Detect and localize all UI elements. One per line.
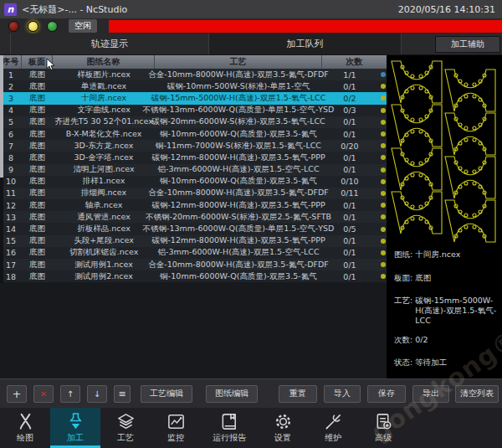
delete-job-button[interactable]: ✕ xyxy=(33,385,54,403)
drawing-edit-button[interactable]: 图纸编辑 xyxy=(206,385,258,403)
row-process: 不锈钢-13mm-6000W-Q(高质量)-单层1.5-空气-YSD xyxy=(155,105,322,116)
row-count: 0/5 xyxy=(322,224,377,234)
clear-list-button[interactable]: 清空列表 xyxy=(455,385,499,403)
tab-processing-queue[interactable]: 加工队列 xyxy=(209,33,402,54)
table-row[interactable]: 10 底图 排样1.ncex 铜-10mm-6000W-Q(高质量)-双层3.5… xyxy=(0,176,387,188)
row-process: 碳钢-20mm-6000W-S(标准)-双层3.5-氧气-LCC xyxy=(155,116,322,127)
table-row[interactable]: 11 底图 排烟阀.ncex 合金-10mm-8000W-H(高速)-双层3.5… xyxy=(0,188,387,199)
row-count: 0/1 xyxy=(322,260,377,270)
import-button[interactable]: 导入 xyxy=(324,385,361,403)
row-status-dot xyxy=(381,274,386,279)
row-board-side: 底图 xyxy=(22,235,53,246)
row-status-dot xyxy=(381,227,386,232)
row-status-dot xyxy=(381,239,386,244)
clock-datetime: 2020/05/16 14:10:31 xyxy=(398,4,495,15)
row-process: 碳钢-12mm-8000W-H(高速)-双层3.5-氧气-PPP xyxy=(155,235,322,246)
board-side-value: 底图 xyxy=(415,273,431,283)
row-drawing-name: 齐进先T5 30 52个01.ncex xyxy=(53,116,155,127)
scrollbar-thumb[interactable] xyxy=(0,55,3,178)
drawing-value: 十间房.ncex xyxy=(415,250,460,260)
row-process: 碳钢-12mm-8000W-H(高速)-双层3.5-氧气-PPP xyxy=(155,200,322,211)
board-side-label: 板面: xyxy=(394,273,412,283)
header-count[interactable]: 次数 xyxy=(322,55,387,69)
row-process: 铝-3mm-6000W-H(高速)-双层1.5-空气-LCC xyxy=(155,247,322,258)
row-board-side: 底图 xyxy=(22,164,53,175)
nav-label: 运行报告 xyxy=(213,432,246,444)
table-row[interactable]: 3 底图 十间房.ncex 碳钢-15mm-5000W-H(高速)-双层1.5-… xyxy=(0,92,387,104)
table-row[interactable]: 18 底图 测试用例2.ncex 铜-10mm-6000W-Q(高质量)-双层3… xyxy=(0,270,387,282)
processing-queue-table: 序号 板面 图纸名称 工艺 次数 1 底图 样板图片.ncex 合金-10mm-… xyxy=(0,55,387,378)
nav-item-processing[interactable]: 加工 xyxy=(50,408,100,448)
row-status-dot xyxy=(381,167,386,173)
table-row[interactable]: 1 底图 样板图片.ncex 合金-10mm-8000W-H(高速)-双层3.5… xyxy=(0,69,387,80)
monitor-chart-icon xyxy=(166,412,186,431)
nav-label: 维护 xyxy=(325,432,341,444)
nav-label: 高级 xyxy=(375,432,392,444)
row-board-side: 底图 xyxy=(22,176,53,187)
pencil-cross-icon xyxy=(16,412,35,431)
row-board-side: 底图 xyxy=(22,105,53,116)
row-status-dot xyxy=(381,95,386,100)
table-row[interactable]: 15 底图 头段+尾段.ncex 碳钢-12mm-8000W-H(高速)-双层3… xyxy=(0,235,387,247)
tab-bar: 轨迹显示 加工队列 加工辅助 xyxy=(0,33,502,55)
processing-assist-button[interactable]: 加工辅助 xyxy=(435,36,500,53)
row-status-dot xyxy=(381,84,386,89)
nav-item-process[interactable]: 工艺 xyxy=(100,408,151,448)
table-row[interactable]: 14 底图 折板样品.ncex 不锈钢-13mm-6000W-Q(高质量)-单层… xyxy=(0,223,387,234)
sort-list-button[interactable]: ≡ xyxy=(114,385,131,403)
nav-label: 工艺 xyxy=(117,432,134,444)
row-count: 0/10 xyxy=(322,177,377,186)
add-job-button[interactable]: + xyxy=(7,385,27,403)
row-process: 铜-10mm-6000W-Q(高质量)-双层3.5-氮气 xyxy=(155,129,322,140)
count-value: 0/2 xyxy=(415,335,428,345)
table-row[interactable]: 17 底图 测试用例1.ncex 合金-10mm-8000W-H(高速)-双层3… xyxy=(0,259,387,270)
table-row[interactable]: 8 底图 3D-金字塔.ncex 碳钢-12mm-8000W-H(高速)-双层3… xyxy=(0,152,387,163)
move-up-button[interactable]: ↑ xyxy=(60,385,80,403)
tab-trajectory-display[interactable]: 轨迹显示 xyxy=(10,33,209,54)
row-status-dot xyxy=(381,108,386,113)
row-drawing-name: 3D-东方龙.ncex xyxy=(53,141,155,152)
row-status-dot xyxy=(381,262,386,267)
table-row[interactable]: 9 底图 清明上河图.ncex 铝-3mm-6000W-H(高速)-双层1.5-… xyxy=(0,164,387,176)
row-process: 碳钢-15mm-5000W-H(高速)-双层1.5-氧气-LCC xyxy=(155,93,322,104)
table-row[interactable]: 2 底图 单道戳.ncex 碳钢-10mm-500W-S(标准)-单层1-空气 … xyxy=(0,80,387,92)
table-row[interactable]: 7 底图 3D-东方龙.ncex 铜-11mm-7000W-S(标准)-双层1.… xyxy=(0,140,387,152)
table-row[interactable]: 4 底图 文字曲线.ncex 不锈钢-13mm-6000W-Q(高质量)-单层1… xyxy=(0,105,387,116)
nav-item-settings[interactable]: 设置 xyxy=(258,408,308,448)
row-drawing-name: 文字曲线.ncex xyxy=(53,105,155,116)
row-count: 0/1 xyxy=(322,165,377,174)
row-count: 0/3 xyxy=(322,106,377,115)
window-title: <无标题>-... - NcStudio xyxy=(22,3,393,16)
main-area: 序号 板面 图纸名称 工艺 次数 1 底图 样板图片.ncex 合金-10mm-… xyxy=(0,55,502,378)
nav-label: 设置 xyxy=(274,432,291,444)
nav-item-maintenance[interactable]: 维护 xyxy=(308,408,358,448)
table-row[interactable]: 13 底图 通风管道.ncex 不锈钢-20mm-6000W-S(标准)-双层2… xyxy=(0,211,387,223)
table-scrollbar[interactable] xyxy=(0,55,3,283)
header-process[interactable]: 工艺 xyxy=(155,55,322,69)
nav-item-draw[interactable]: 绘图 xyxy=(0,408,50,448)
nav-item-run-report[interactable]: 运行报告 xyxy=(201,408,258,448)
save-button[interactable]: 保存 xyxy=(367,385,406,403)
move-down-button[interactable]: ↓ xyxy=(87,385,107,403)
drawing-preview xyxy=(389,60,499,248)
row-status-dot xyxy=(381,191,386,196)
row-count: 0/1 xyxy=(322,153,377,162)
export-button[interactable]: 导出 xyxy=(412,385,449,403)
nav-item-monitor[interactable]: 监控 xyxy=(151,408,201,448)
header-drawing-name[interactable]: 图纸名称 xyxy=(53,55,155,69)
table-row[interactable]: 6 底图 B-X-M老化文件.ncex 铜-10mm-6000W-Q(高质量)-… xyxy=(0,128,387,140)
row-count: 0/20 xyxy=(322,142,377,151)
row-board-side: 底图 xyxy=(22,224,53,234)
row-board-side: 底图 xyxy=(22,141,53,152)
table-row[interactable]: 5 底图 齐进先T5 30 52个01.ncex 碳钢-20mm-6000W-S… xyxy=(0,116,387,128)
table-row[interactable]: 12 底图 轴承.ncex 碳钢-12mm-8000W-H(高速)-双层3.5-… xyxy=(0,199,387,211)
row-drawing-name: 样板图片.ncex xyxy=(53,70,155,80)
process-edit-button[interactable]: 工艺编辑 xyxy=(141,385,192,403)
layers-icon xyxy=(116,412,136,431)
row-drawing-name: 单道戳.ncex xyxy=(53,81,155,92)
table-row[interactable]: 16 底图 切割机床锯齿.ncex 铝-3mm-6000W-H(高速)-双层1.… xyxy=(0,247,387,259)
wrench-screwdriver-icon xyxy=(324,412,343,431)
row-count: 0/1 xyxy=(322,82,377,91)
reset-button[interactable]: 重置 xyxy=(279,385,317,403)
nav-item-advanced[interactable]: 高级 xyxy=(358,408,408,448)
